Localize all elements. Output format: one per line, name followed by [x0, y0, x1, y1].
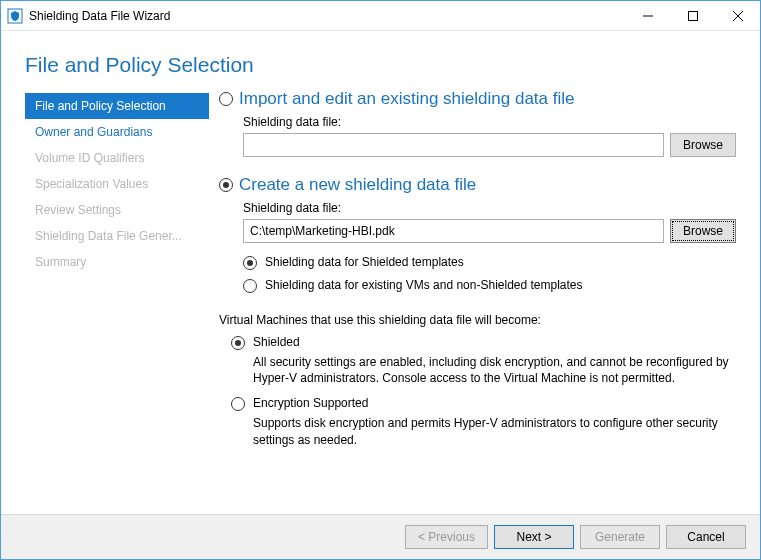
sidebar-item-label: Volume ID Qualifiers — [35, 151, 144, 165]
radio-icon — [243, 256, 257, 270]
sidebar-item-label: Review Settings — [35, 203, 121, 217]
app-icon — [7, 8, 23, 24]
sidebar-item-label: Summary — [35, 255, 86, 269]
sidebar-item-label: Shielding Data File Gener... — [35, 229, 182, 243]
sidebar-item-label: Specialization Values — [35, 177, 148, 191]
radio-non-shielded-templates[interactable]: Shielding data for existing VMs and non-… — [243, 274, 736, 297]
radio-vm-encryption-supported[interactable]: Encryption Supported — [219, 392, 736, 415]
sidebar-item-review: Review Settings — [25, 197, 209, 223]
radio-shielded-templates[interactable]: Shielding data for Shielded templates — [243, 251, 736, 274]
generate-button: Generate — [580, 525, 660, 549]
option-import-title: Import and edit an existing shielding da… — [239, 89, 574, 109]
option-create[interactable]: Create a new shielding data file — [219, 175, 736, 195]
radio-icon — [231, 397, 245, 411]
import-browse-button[interactable]: Browse — [670, 133, 736, 157]
option-import[interactable]: Import and edit an existing shielding da… — [219, 89, 736, 109]
sidebar-item-volume-qualifiers: Volume ID Qualifiers — [25, 145, 209, 171]
radio-label: Shielding data for Shielded templates — [265, 255, 464, 269]
svg-rect-2 — [688, 11, 697, 20]
import-file-input[interactable] — [243, 133, 664, 157]
radio-icon — [243, 279, 257, 293]
minimize-button[interactable] — [625, 1, 670, 30]
wizard-footer: < Previous Next > Generate Cancel — [1, 514, 760, 559]
titlebar: Shielding Data File Wizard — [1, 1, 760, 31]
sidebar-item-specialization: Specialization Values — [25, 171, 209, 197]
create-browse-button[interactable]: Browse — [670, 219, 736, 243]
maximize-button[interactable] — [670, 1, 715, 30]
main-panel: Import and edit an existing shielding da… — [209, 85, 760, 506]
sidebar-item-generation: Shielding Data File Gener... — [25, 223, 209, 249]
radio-icon — [219, 92, 233, 106]
radio-label: Shielding data for existing VMs and non-… — [265, 278, 583, 292]
window-controls — [625, 1, 760, 30]
previous-button: < Previous — [405, 525, 488, 549]
radio-label: Shielded — [253, 335, 300, 349]
sidebar-item-label: Owner and Guardians — [35, 125, 152, 139]
page-title: File and Policy Selection — [25, 53, 760, 77]
vm-encryption-desc: Supports disk encryption and permits Hyp… — [219, 415, 736, 447]
sidebar-item-owner-guardians[interactable]: Owner and Guardians — [25, 119, 209, 145]
cancel-button[interactable]: Cancel — [666, 525, 746, 549]
radio-label: Encryption Supported — [253, 396, 368, 410]
sidebar-item-summary: Summary — [25, 249, 209, 275]
radio-icon — [231, 336, 245, 350]
sidebar-item-label: File and Policy Selection — [35, 99, 166, 113]
sidebar-item-file-policy[interactable]: File and Policy Selection — [25, 93, 209, 119]
import-field-label: Shielding data file: — [243, 115, 736, 129]
window-title: Shielding Data File Wizard — [29, 9, 625, 23]
option-create-title: Create a new shielding data file — [239, 175, 476, 195]
vm-shielded-desc: All security settings are enabled, inclu… — [219, 354, 736, 386]
next-button[interactable]: Next > — [494, 525, 574, 549]
radio-vm-shielded[interactable]: Shielded — [219, 331, 736, 354]
create-field-label: Shielding data file: — [243, 201, 736, 215]
wizard-sidebar: File and Policy Selection Owner and Guar… — [1, 85, 209, 506]
vm-note: Virtual Machines that use this shielding… — [219, 305, 736, 331]
create-file-input[interactable] — [243, 219, 664, 243]
radio-icon — [219, 178, 233, 192]
page-header: File and Policy Selection — [1, 31, 760, 85]
close-button[interactable] — [715, 1, 760, 30]
